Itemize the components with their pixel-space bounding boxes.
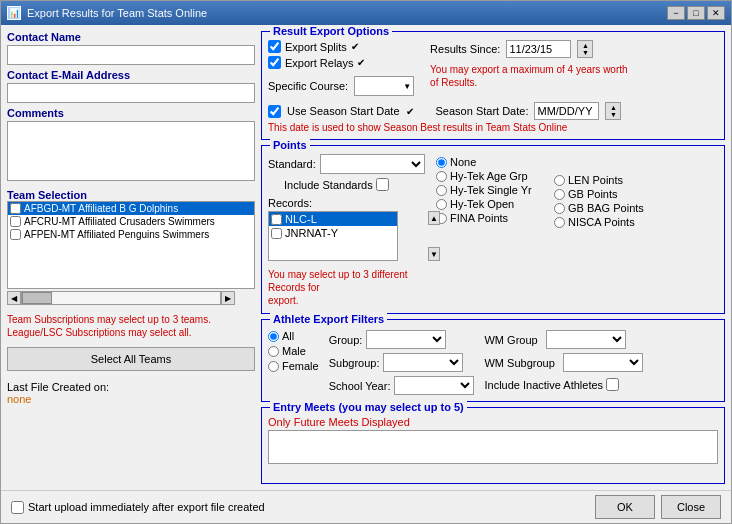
select-note: You may select up to 3 different Records…: [268, 268, 428, 307]
use-season-label: Use Season Start Date: [287, 105, 400, 117]
result-export-options-box: Result Export Options Export Splits ✔ Ex…: [261, 31, 725, 140]
ok-button[interactable]: OK: [595, 495, 655, 519]
record-checkbox-0[interactable]: [271, 214, 282, 225]
close-button[interactable]: ✕: [707, 6, 725, 20]
inactive-label: Include Inactive Athletes: [484, 379, 603, 391]
last-file-section: Last File Created on: none: [7, 381, 255, 405]
result-export-options-title: Result Export Options: [270, 25, 392, 37]
contact-name-label: Contact Name: [7, 31, 255, 43]
team-list-item[interactable]: AFBGD-MT Affiliated B G Dolphins: [8, 202, 254, 215]
team-label-0: AFBGD-MT Affiliated B G Dolphins: [24, 203, 178, 214]
right-panel: Result Export Options Export Splits ✔ Ex…: [261, 31, 725, 484]
standard-combo[interactable]: [320, 154, 425, 174]
export-relays-checkbox[interactable]: [268, 56, 281, 69]
export-splits-checkbox[interactable]: [268, 40, 281, 53]
radio-len-label: LEN Points: [568, 174, 623, 186]
scroll-left-arrow[interactable]: ◀: [7, 291, 21, 305]
export-splits-label: Export Splits: [285, 41, 347, 53]
standard-label: Standard:: [268, 158, 316, 170]
use-season-checkbox[interactable]: [268, 105, 281, 118]
comments-input[interactable]: [7, 121, 255, 181]
records-list: NLC-L JNRNAT-Y: [268, 211, 398, 261]
contact-email-input[interactable]: [7, 83, 255, 103]
scroll-right-arrow[interactable]: ▶: [221, 291, 235, 305]
subgroup-combo[interactable]: [383, 353, 463, 372]
inactive-checkbox[interactable]: [606, 378, 619, 391]
bottom-bar: Start upload immediately after export fi…: [1, 490, 731, 523]
maximize-button[interactable]: □: [687, 6, 705, 20]
radio-none-label: None: [450, 156, 476, 168]
records-scroll-down[interactable]: ▼: [428, 247, 440, 261]
radio-female[interactable]: [268, 361, 279, 372]
subscriptions-note: Team Subscriptions may select up to 3 te…: [7, 313, 255, 339]
team-label-1: AFCRU-MT Affiliated Crusaders Swimmers: [24, 216, 215, 227]
specific-course-label: Specific Course:: [268, 80, 348, 92]
season-start-spinner[interactable]: ▲ ▼: [605, 102, 621, 120]
specific-course-combo[interactable]: ▼: [354, 76, 414, 96]
results-since-input[interactable]: [506, 40, 571, 58]
upload-checkbox[interactable]: [11, 501, 24, 514]
team-checkbox-0[interactable]: [10, 203, 21, 214]
radio-hysingle[interactable]: [436, 185, 447, 196]
window-title: Export Results for Team Stats Online: [27, 7, 207, 19]
athlete-filters-box: Athlete Export Filters All Male: [261, 319, 725, 402]
radio-all-label: All: [282, 330, 294, 342]
record-checkbox-1[interactable]: [271, 228, 282, 239]
contact-email-label: Contact E-Mail Address: [7, 69, 255, 81]
entry-meets-title-text: Entry Meets (you may select up to 5): [273, 401, 464, 413]
points-title: Points: [270, 139, 310, 151]
radio-len[interactable]: [554, 175, 565, 186]
season-start-label: Season Start Date:: [436, 105, 529, 117]
specific-course-arrow: ▼: [403, 82, 411, 91]
select-all-teams-button[interactable]: Select All Teams: [7, 347, 255, 371]
season-start-input[interactable]: [534, 102, 599, 120]
close-button[interactable]: Close: [661, 495, 721, 519]
records-item-0[interactable]: NLC-L: [269, 212, 397, 226]
records-label: Records:: [268, 197, 428, 209]
radio-hyopen[interactable]: [436, 199, 447, 210]
contact-name-input[interactable]: [7, 45, 255, 65]
points-box: Points Standard: Include Standards: [261, 145, 725, 314]
wm-group-combo[interactable]: [546, 330, 626, 349]
school-year-combo[interactable]: [394, 376, 474, 395]
results-since-spinner[interactable]: ▲ ▼: [577, 40, 593, 58]
records-scroll-up[interactable]: ▲: [428, 211, 440, 225]
team-list-item[interactable]: AFPEN-MT Affiliated Penguins Swimmers: [8, 228, 254, 241]
upload-label: Start upload immediately after export fi…: [28, 501, 265, 513]
title-bar: 📊 Export Results for Team Stats Online −…: [1, 1, 731, 25]
export-relays-label: Export Relays: [285, 57, 353, 69]
school-year-label: School Year:: [329, 380, 391, 392]
radio-gb[interactable]: [554, 189, 565, 200]
team-label-2: AFPEN-MT Affiliated Penguins Swimmers: [24, 229, 209, 240]
radio-hyage-label: Hy-Tek Age Grp: [450, 170, 528, 182]
radio-male[interactable]: [268, 346, 279, 357]
results-since-label: Results Since:: [430, 43, 500, 55]
radio-all[interactable]: [268, 331, 279, 342]
entry-meets-box: Entry Meets (you may select up to 5) Onl…: [261, 407, 725, 484]
radio-male-label: Male: [282, 345, 306, 357]
subgroup-label: Subgroup:: [329, 357, 380, 369]
entry-meets-title: Entry Meets (you may select up to 5): [270, 401, 467, 413]
wm-subgroup-combo[interactable]: [563, 353, 643, 372]
radio-nisca-label: NISCA Points: [568, 216, 635, 228]
comments-label: Comments: [7, 107, 255, 119]
radio-nisca[interactable]: [554, 217, 565, 228]
team-checkbox-1[interactable]: [10, 216, 21, 227]
team-checkbox-2[interactable]: [10, 229, 21, 240]
radio-gb-label: GB Points: [568, 188, 618, 200]
radio-hyage[interactable]: [436, 171, 447, 182]
left-panel: Contact Name Contact E-Mail Address Comm…: [7, 31, 255, 484]
radio-none[interactable]: [436, 157, 447, 168]
team-list-item[interactable]: AFCRU-MT Affiliated Crusaders Swimmers: [8, 215, 254, 228]
horizontal-scrollbar[interactable]: [21, 291, 221, 305]
radio-gbbag-label: GB BAG Points: [568, 202, 644, 214]
minimize-button[interactable]: −: [667, 6, 685, 20]
entry-meets-list[interactable]: [268, 430, 718, 464]
season-note: This date is used to show Season Best re…: [268, 122, 718, 133]
radio-gbbag[interactable]: [554, 203, 565, 214]
wm-group-label: WM Group: [484, 334, 537, 346]
include-standards-checkbox[interactable]: [376, 178, 389, 191]
last-file-label: Last File Created on:: [7, 381, 255, 393]
group-combo[interactable]: [366, 330, 446, 349]
records-item-1[interactable]: JNRNAT-Y: [269, 226, 397, 240]
